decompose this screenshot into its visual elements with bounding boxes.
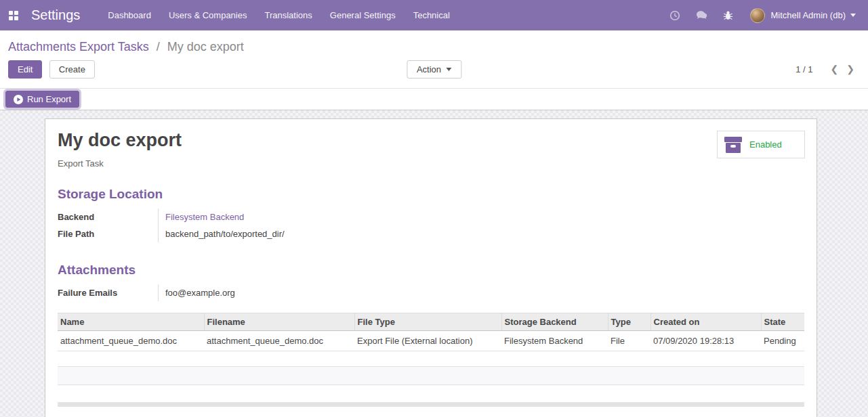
field-label-file-path: File Path: [58, 225, 158, 242]
field-value-file-path: backend_path/to/exported_dir/: [158, 225, 804, 242]
field-row-backend: Backend Filesystem Backend: [58, 208, 804, 225]
section-heading-attachments: Attachments: [58, 263, 804, 278]
debug-bug-icon[interactable]: [716, 0, 741, 30]
top-navbar: Settings Dashboard Users & Companies Tra…: [0, 0, 868, 30]
control-panel: Attachments Export Tasks / My doc export…: [0, 30, 868, 88]
edit-button[interactable]: Edit: [8, 60, 42, 79]
action-dropdown-label: Action: [417, 64, 441, 74]
cell-file-type: Export File (External location): [354, 331, 501, 351]
field-label-failure-emails: Failure Emails: [58, 284, 158, 301]
cell-name: attachment_queue_demo.doc: [58, 331, 204, 351]
main-menu: Dashboard Users & Companies Translations…: [99, 0, 459, 30]
col-header-created-on[interactable]: Created on: [650, 313, 761, 331]
pager-next-button[interactable]: ❯: [842, 64, 859, 74]
breadcrumb-parent-link[interactable]: Attachments Export Tasks: [8, 40, 149, 53]
run-export-label: Run Export: [27, 94, 71, 104]
form-sheet: My doc export Export Task Enabled Storag…: [45, 118, 817, 417]
form-view-background: My doc export Export Task Enabled Storag…: [0, 110, 868, 417]
pager-previous-button[interactable]: ❮: [827, 64, 843, 74]
run-export-button[interactable]: Run Export: [5, 91, 79, 108]
cell-state: Pending: [761, 331, 804, 351]
col-header-filename[interactable]: Filename: [204, 313, 354, 331]
col-header-state[interactable]: State: [761, 313, 804, 331]
field-value-backend-link[interactable]: Filesystem Backend: [158, 208, 804, 225]
menu-item-technical[interactable]: Technical: [405, 0, 459, 30]
field-label-backend: Backend: [58, 208, 158, 225]
cell-type: File: [608, 331, 650, 351]
menu-item-dashboard[interactable]: Dashboard: [99, 0, 160, 30]
app-name[interactable]: Settings: [31, 7, 80, 23]
breadcrumb-separator: /: [157, 40, 160, 53]
breadcrumb-current: My doc export: [167, 40, 244, 53]
col-header-name[interactable]: Name: [58, 313, 204, 331]
create-button[interactable]: Create: [49, 60, 95, 79]
pager: 1 / 1 ❮ ❯: [795, 64, 859, 74]
archive-box-icon: [724, 137, 742, 153]
control-panel-buttons: Edit Create Action 1 / 1 ❮ ❯: [8, 60, 860, 81]
cell-storage-backend: Filesystem Backend: [501, 331, 608, 351]
user-avatar: [750, 8, 765, 23]
user-menu[interactable]: Mitchell Admin (db): [741, 0, 861, 30]
list-header-row: Name Filename File Type Storage Backend …: [58, 313, 804, 331]
col-header-storage-backend[interactable]: Storage Backend: [501, 313, 608, 331]
menu-item-general-settings[interactable]: General Settings: [321, 0, 405, 30]
cell-created-on: 07/09/2020 19:28:13: [650, 331, 761, 351]
pager-value: 1 / 1: [795, 64, 812, 74]
field-row-failure-emails: Failure Emails foo@example.org: [58, 284, 804, 301]
menu-item-translations[interactable]: Translations: [255, 0, 321, 30]
form-statusbar: Run Export: [0, 88, 868, 110]
field-value-failure-emails: foo@example.org: [158, 284, 804, 301]
messages-chat-icon[interactable]: [688, 0, 716, 30]
apps-menu-button[interactable]: [0, 0, 27, 30]
attachments-list: Name Filename File Type Storage Backend …: [58, 313, 804, 402]
menu-item-users-companies[interactable]: Users & Companies: [160, 0, 256, 30]
empty-row: [58, 385, 804, 402]
play-circle-icon: [14, 95, 23, 104]
activity-clock-icon[interactable]: [662, 0, 688, 30]
empty-row: [58, 351, 804, 367]
enabled-stat-label: Enabled: [749, 139, 782, 150]
record-title: My doc export: [58, 130, 804, 151]
apps-grid-icon: [9, 11, 18, 20]
empty-row: [58, 367, 804, 385]
col-header-file-type[interactable]: File Type: [354, 313, 501, 331]
cell-filename: attachment_queue_demo.doc: [204, 331, 354, 351]
storage-location-group: Backend Filesystem Backend File Path bac…: [58, 208, 804, 242]
record-subtitle: Export Task: [58, 158, 804, 169]
list-footer-bar: [58, 402, 804, 407]
caret-down-icon: [850, 14, 856, 17]
navbar-right: Mitchell Admin (db): [662, 0, 861, 30]
action-dropdown-button[interactable]: Action: [407, 60, 461, 79]
caret-down-icon: [446, 68, 451, 71]
attachments-group: Failure Emails foo@example.org: [58, 284, 804, 301]
section-heading-storage-location: Storage Location: [58, 187, 804, 202]
breadcrumb: Attachments Export Tasks / My doc export: [8, 39, 860, 54]
col-header-type[interactable]: Type: [608, 313, 650, 331]
enabled-stat-button[interactable]: Enabled: [717, 131, 805, 158]
field-row-file-path: File Path backend_path/to/exported_dir/: [58, 225, 804, 242]
user-name: Mitchell Admin (db): [770, 10, 846, 20]
table-row[interactable]: attachment_queue_demo.doc attachment_que…: [58, 331, 804, 351]
